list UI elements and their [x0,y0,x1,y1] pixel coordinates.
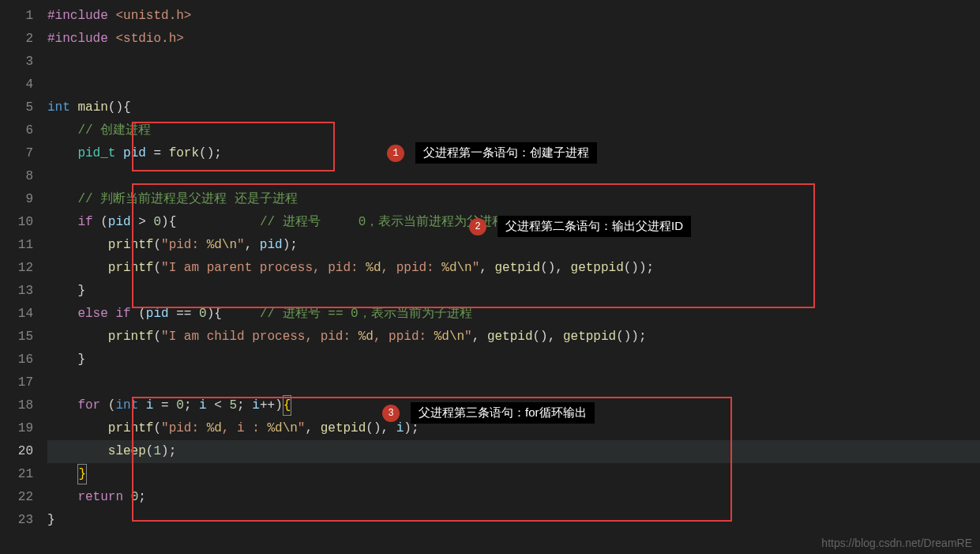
annotation-label: 父进程第二条语句：输出父进程ID [498,216,691,237]
line-number: 13 [0,280,33,303]
line-number: 6 [0,119,33,142]
line-number: 21 [0,463,33,486]
matching-brace-close: } [77,464,87,484]
line-number: 22 [0,486,33,509]
code-line[interactable]: #include <unistd.h> [47,5,980,28]
code-line[interactable]: // 判断当前进程是父进程 还是子进程 [47,188,980,211]
code-line[interactable]: } [47,280,980,303]
code-line[interactable]: // 创建进程 [47,119,980,142]
line-number: 10 [0,211,33,234]
line-number: 9 [0,188,33,211]
line-number: 3 [0,51,33,73]
code-line[interactable]: } [47,349,980,371]
code-line[interactable]: printf("pid: %d\n", pid); [47,234,980,257]
line-number: 16 [0,349,33,371]
code-line[interactable]: } [47,509,980,532]
code-line[interactable]: else if (pid == 0){ // 进程号 == 0，表示当前为子进程 [47,303,980,326]
line-number: 2 [0,28,33,51]
code-line[interactable]: return 0; [47,486,980,509]
annotation-badge: 1 [387,145,404,162]
line-number: 18 [0,394,33,417]
code-line[interactable]: printf("I am child process, pid: %d, ppi… [47,326,980,349]
line-number: 12 [0,257,33,280]
annotation-label: 父进程第三条语句：for循环输出 [411,402,595,424]
annotation-badge: 2 [469,218,486,236]
annotation-label: 父进程第一条语句：创建子进程 [415,142,597,164]
annotation-2: 2 父进程第二条语句：输出父进程ID [469,216,691,237]
code-line[interactable] [47,73,980,96]
annotation-3: 3 父进程第三条语句：for循环输出 [382,402,595,424]
annotation-badge: 3 [382,405,400,422]
line-number: 8 [0,165,33,188]
code-line[interactable]: } [47,463,980,486]
code-line[interactable] [47,51,980,73]
line-number-current: 20 [0,440,33,463]
line-number: 15 [0,326,33,349]
watermark: https://blog.csdn.net/DreamRE [821,537,972,549]
line-number: 23 [0,509,33,532]
code-editor: 1 2 3 4 5 6 7 8 9 10 11 12 13 14 15 16 1… [0,0,980,554]
code-line[interactable]: int main(){ [47,96,980,119]
code-line[interactable]: #include <stdio.h> [47,28,980,51]
code-line[interactable] [47,371,980,394]
line-number: 14 [0,303,33,326]
line-number: 19 [0,417,33,440]
line-number: 4 [0,73,33,96]
code-line[interactable] [47,165,980,188]
line-number: 1 [0,5,33,28]
line-number: 7 [0,142,33,165]
line-number: 5 [0,96,33,119]
annotation-1: 1 父进程第一条语句：创建子进程 [387,142,597,164]
line-number: 17 [0,371,33,394]
line-number: 11 [0,234,33,257]
code-area[interactable]: 1 父进程第一条语句：创建子进程 2 父进程第二条语句：输出父进程ID 3 父进… [47,0,980,554]
matching-brace-open: { [283,395,292,416]
line-number-gutter: 1 2 3 4 5 6 7 8 9 10 11 12 13 14 15 16 1… [0,0,47,554]
code-line[interactable]: printf("I am parent process, pid: %d, pp… [47,257,980,280]
code-line-current[interactable]: sleep(1); [47,440,980,463]
